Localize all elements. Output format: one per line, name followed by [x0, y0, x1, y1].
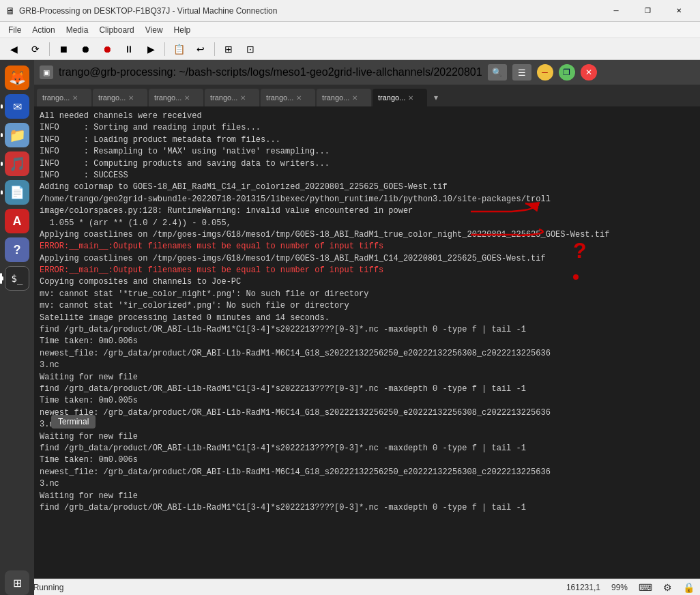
- toolbar-screen1[interactable]: ⊞: [219, 41, 238, 57]
- tab-1-close[interactable]: ✕: [72, 94, 78, 102]
- firefox-icon: 🦊: [9, 70, 26, 86]
- email-icon: ✉: [13, 100, 22, 113]
- tabs-overflow-button[interactable]: ▾: [428, 89, 443, 106]
- menu-clipboard[interactable]: Clipboard: [93, 24, 139, 36]
- toolbar-stop[interactable]: ⏹: [54, 41, 73, 57]
- tab-6-close[interactable]: ✕: [352, 94, 358, 102]
- terminal-titlebar: ▣ trango@grb-processing: ~/bash-scripts/…: [34, 60, 700, 85]
- menu-media[interactable]: Media: [61, 24, 94, 36]
- toolbar-record[interactable]: ⏺: [76, 41, 95, 57]
- terminal-tab-2[interactable]: trango... ✕: [93, 89, 147, 106]
- terminal-tab-1[interactable]: trango... ✕: [37, 89, 91, 106]
- terminal-tab-4[interactable]: trango... ✕: [205, 89, 259, 106]
- menu-bar: File Action Media Clipboard View Help: [0, 22, 700, 38]
- menu-file[interactable]: File: [3, 24, 27, 36]
- terminal-minimize-button[interactable]: ─: [537, 64, 553, 81]
- tab-7-close[interactable]: ✕: [408, 94, 413, 102]
- terminal-tab-7[interactable]: trango... ✕: [373, 89, 427, 106]
- tab-4-label: trango...: [210, 93, 237, 102]
- terminal-icon: $_: [12, 273, 23, 284]
- terminal-tab-5[interactable]: trango... ✕: [261, 89, 315, 106]
- title-bar: 🖥 GRB-Processing on DESKTOP-F1BQ37J - Vi…: [0, 0, 700, 22]
- apps-icon: ⊞: [13, 577, 22, 590]
- terminal-tab-6[interactable]: trango... ✕: [317, 89, 371, 106]
- tab-5-close[interactable]: ✕: [296, 94, 302, 102]
- toolbar: ◀ ⟳ ⏹ ⏺ ⏺ ⏸ ▶ 📋 ↩ ⊞ ⊡: [0, 38, 700, 60]
- dock-firefox[interactable]: 🦊: [5, 66, 29, 90]
- toolbar-sep3: [214, 42, 215, 56]
- dock-files[interactable]: 📁: [5, 123, 29, 147]
- toolbar-screen2[interactable]: ⊡: [241, 41, 260, 57]
- toolbar-play[interactable]: ▶: [141, 41, 160, 57]
- progress-text: 99%: [611, 583, 628, 592]
- toolbar-sep1: [49, 42, 50, 56]
- terminal-restore-button[interactable]: ❐: [559, 64, 575, 81]
- terminal-tab-3[interactable]: trango... ✕: [149, 89, 203, 106]
- terminal-tabs-bar: trango... ✕ trango... ✕ trango... ✕ tran…: [34, 85, 700, 106]
- tab-5-label: trango...: [266, 93, 293, 102]
- dock-terminal[interactable]: $_: [5, 266, 29, 291]
- tooltip-text: Terminal: [58, 417, 89, 426]
- cursor-position: 161231,1: [566, 583, 600, 592]
- terminal-menu-button[interactable]: ☰: [512, 64, 531, 81]
- docs-icon: 📄: [10, 185, 25, 200]
- tab-6-label: trango...: [322, 93, 349, 102]
- tooltip-popup: Terminal: [51, 415, 96, 429]
- tab-3-label: trango...: [154, 93, 181, 102]
- software-icon: A: [13, 214, 22, 229]
- window-controls: ─ ❐ ✕: [600, 0, 695, 22]
- tab-7-label: trango...: [378, 93, 405, 102]
- settings-icon[interactable]: ⚙: [663, 582, 672, 593]
- dock-help[interactable]: ?: [5, 237, 29, 262]
- dock-software[interactable]: A: [5, 209, 29, 233]
- menu-action[interactable]: Action: [27, 24, 60, 36]
- minimize-button[interactable]: ─: [600, 0, 632, 22]
- lock-icon: 🔒: [683, 582, 695, 593]
- help-icon: ?: [14, 243, 21, 257]
- menu-view[interactable]: View: [140, 24, 169, 36]
- close-button[interactable]: ✕: [663, 0, 695, 22]
- toolbar-back[interactable]: ◀: [4, 41, 23, 57]
- terminal-window: ▣ trango@grb-processing: ~/bash-scripts/…: [34, 60, 700, 579]
- terminal-window-icon: ▣: [40, 66, 53, 79]
- files-icon: 📁: [9, 127, 26, 143]
- dock-docs[interactable]: 📄: [5, 180, 29, 205]
- tab-1-label: trango...: [42, 93, 70, 102]
- dock-email[interactable]: ✉: [5, 94, 29, 119]
- keyboard-icon[interactable]: ⌨: [639, 582, 652, 593]
- left-dock: 🦊 ✉ 📁 🎵 📄 A ? $_ ⊞: [0, 60, 34, 595]
- toolbar-sep2: [164, 42, 165, 56]
- terminal-content[interactable]: All needed channels were received INFO :…: [34, 106, 700, 579]
- terminal-search-button[interactable]: 🔍: [488, 64, 507, 81]
- toolbar-clipboard[interactable]: 📋: [169, 41, 188, 57]
- toolbar-reload[interactable]: ⟳: [26, 41, 45, 57]
- terminal-window-title: trango@grb-processing: ~/bash-scripts/lo…: [59, 66, 482, 78]
- dock-apps[interactable]: ⊞: [5, 570, 29, 595]
- terminal-close-button[interactable]: ✕: [581, 64, 597, 81]
- restore-button[interactable]: ❐: [632, 0, 663, 22]
- title-text: GRB-Processing on DESKTOP-F1BQ37J - Virt…: [19, 6, 600, 16]
- music-icon: 🎵: [9, 156, 26, 172]
- title-icon: 🖥: [5, 5, 15, 16]
- status-bar: Status: Running 161231,1 99% ⌨ ⚙ 🔒: [0, 579, 700, 595]
- toolbar-pause[interactable]: ⏸: [119, 41, 138, 57]
- menu-help[interactable]: Help: [169, 24, 196, 36]
- tab-2-close[interactable]: ✕: [128, 94, 134, 102]
- toolbar-undo[interactable]: ↩: [191, 41, 210, 57]
- tab-4-close[interactable]: ✕: [240, 94, 246, 102]
- tab-2-label: trango...: [98, 93, 126, 102]
- tab-3-close[interactable]: ✕: [184, 94, 190, 102]
- dock-music[interactable]: 🎵: [5, 151, 29, 176]
- toolbar-record-red[interactable]: ⏺: [98, 41, 117, 57]
